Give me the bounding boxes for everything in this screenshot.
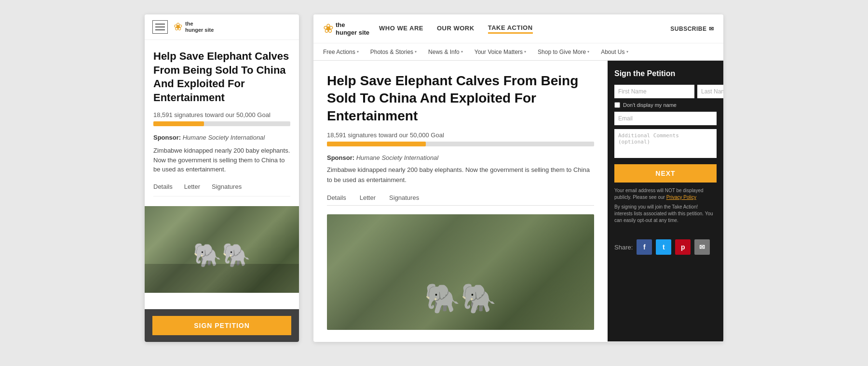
share-facebook-button[interactable]: f [637, 239, 652, 255]
pinterest-icon: p [681, 243, 685, 251]
mobile-petition-title: Help Save Elephant Calves From Being Sol… [153, 50, 290, 105]
first-name-input[interactable] [614, 85, 694, 98]
hamburger-line [155, 24, 165, 25]
mobile-logo[interactable]: ❀ the hunger site [174, 21, 214, 33]
chevron-down-icon: ▾ [524, 50, 526, 54]
subscribe-button[interactable]: SUBSCRIBE ✉ [670, 26, 714, 32]
email-icon: ✉ [699, 243, 705, 251]
desktop-progress-fill [327, 142, 426, 146]
dont-display-checkbox[interactable] [614, 102, 620, 108]
chevron-down-icon: ▾ [357, 50, 359, 54]
email-input[interactable] [614, 112, 717, 125]
facebook-icon: f [643, 243, 646, 251]
share-row: Share: f t p ✉ [614, 233, 717, 255]
desktop-tab-letter[interactable]: Letter [360, 194, 376, 205]
chevron-down-icon: ▾ [587, 50, 589, 54]
dont-display-name-row: Don't display my name [614, 102, 717, 108]
mobile-progress-fill [153, 121, 204, 126]
hamburger-menu-button[interactable] [152, 20, 168, 34]
share-pinterest-button[interactable]: p [675, 239, 691, 255]
desktop-description: Zimbabwe kidnapped nearly 200 baby eleph… [327, 165, 594, 185]
desktop-elephant-photo [327, 214, 594, 330]
mobile-tabs: Details Letter Signatures [153, 183, 290, 196]
nav-shop-give[interactable]: Shop to Give More ▾ [538, 49, 589, 55]
nav-about-us[interactable]: About Us ▾ [601, 49, 628, 55]
desktop-signatures-text: 18,591 signatures toward our 50,000 Goal [327, 131, 594, 139]
logo-wheat-icon-desktop: ❀ [323, 21, 334, 36]
nav-your-voice[interactable]: Your Voice Matters ▾ [475, 49, 526, 55]
mobile-tab-details[interactable]: Details [153, 183, 173, 192]
mobile-panel: ❀ the hunger site Help Save Elephant Cal… [145, 14, 299, 342]
subscribe-label: SUBSCRIBE [670, 26, 706, 32]
desktop-progress-bar [327, 142, 594, 146]
desktop-petition-title: Help Save Elephant Calves From Being Sol… [327, 72, 594, 125]
nav-free-actions[interactable]: Free Actions ▾ [323, 49, 359, 55]
nav-main-links: WHO WE ARE OUR WORK TAKE ACTION [379, 24, 532, 34]
chevron-down-icon: ▾ [461, 50, 463, 54]
petition-form-title: Sign the Petition [614, 69, 717, 78]
mobile-site-name: the hunger site [185, 21, 214, 33]
comments-textarea[interactable] [614, 129, 717, 158]
mobile-elephant-image: 🐘🐘 [145, 206, 299, 293]
dont-display-label: Don't display my name [623, 102, 677, 108]
nav-news-info[interactable]: News & Info ▾ [428, 49, 463, 55]
desktop-sponsor: Sponsor: Humane Society International [327, 154, 594, 161]
share-email-button[interactable]: ✉ [694, 239, 710, 255]
mobile-tab-letter[interactable]: Letter [184, 183, 200, 192]
nav-who-we-are[interactable]: WHO WE ARE [379, 25, 423, 33]
hamburger-line [155, 29, 165, 30]
hamburger-line [155, 26, 165, 27]
nav-left: ❀ the hunger site WHO WE ARE OUR WORK TA… [323, 21, 533, 36]
nav-photos-stories[interactable]: Photos & Stories ▾ [370, 49, 417, 55]
desktop-tab-details[interactable]: Details [327, 194, 346, 205]
elephant-silhouette: 🐘🐘 [193, 242, 251, 269]
sign-petition-button[interactable]: SIGN PETITION [152, 316, 291, 335]
name-fields-row [614, 85, 717, 98]
privacy-text: Your email address will NOT be displayed… [614, 187, 717, 201]
consent-text: By signing you will join the Take Action… [614, 204, 717, 224]
mobile-description: Zimbabwe kidnapped nearly 200 baby eleph… [153, 146, 290, 174]
mobile-signatures-text: 18,591 signatures toward our 50,000 Goal [153, 111, 290, 118]
mobile-cta-bar: SIGN PETITION [145, 309, 299, 342]
logo-wheat-icon: ❀ [174, 21, 182, 33]
share-label: Share: [614, 244, 633, 251]
mobile-progress-bar [153, 121, 290, 126]
mobile-header: ❀ the hunger site [145, 14, 299, 40]
nav-our-work[interactable]: OUR WORK [437, 25, 475, 33]
elephant-photo-mobile: 🐘🐘 [145, 206, 299, 293]
mobile-sponsor: Sponsor: Humane Society International [153, 134, 290, 141]
desktop-logo[interactable]: ❀ the hunger site [323, 21, 369, 36]
share-twitter-button[interactable]: t [656, 239, 671, 255]
chevron-down-icon: ▾ [626, 50, 628, 54]
mobile-tab-signatures[interactable]: Signatures [212, 183, 242, 192]
petition-sidebar: Sign the Petition Don't display my name … [608, 61, 723, 341]
mobile-content: Help Save Elephant Calves From Being Sol… [145, 40, 299, 206]
desktop-panel: ❀ the hunger site WHO WE ARE OUR WORK TA… [313, 14, 723, 342]
privacy-policy-link[interactable]: Privacy Policy [666, 195, 696, 200]
desktop-content: Help Save Elephant Calves From Being Sol… [313, 61, 723, 341]
last-name-input[interactable] [697, 85, 723, 98]
desktop-nav-top: ❀ the hunger site WHO WE ARE OUR WORK TA… [313, 14, 723, 43]
chevron-down-icon: ▾ [415, 50, 417, 54]
desktop-main-content: Help Save Elephant Calves From Being Sol… [313, 61, 608, 341]
next-button[interactable]: NEXT [614, 164, 717, 183]
twitter-icon: t [663, 243, 665, 251]
desktop-site-name: the hunger site [336, 21, 369, 36]
desktop-nav-secondary: Free Actions ▾ Photos & Stories ▾ News &… [313, 43, 723, 61]
subscribe-email-icon: ✉ [709, 26, 714, 32]
nav-take-action[interactable]: TAKE ACTION [488, 24, 533, 34]
desktop-tab-signatures[interactable]: Signatures [389, 194, 419, 205]
desktop-tabs: Details Letter Signatures [327, 194, 594, 206]
